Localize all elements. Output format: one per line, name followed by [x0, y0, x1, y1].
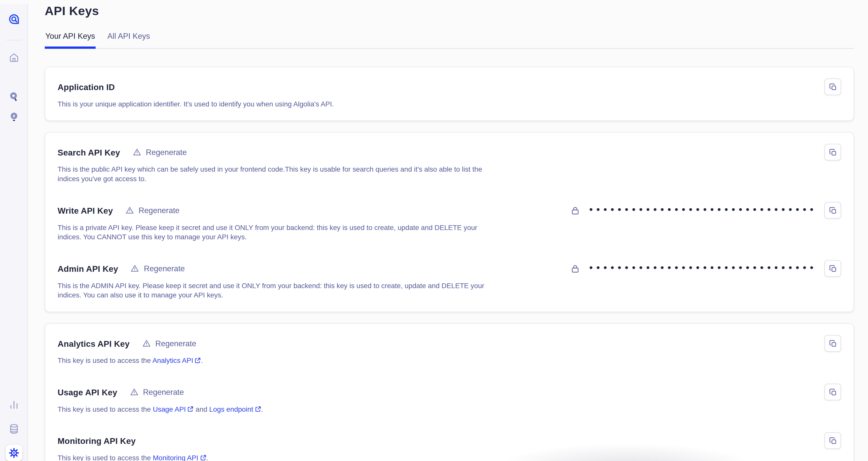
regenerate-label: Regenerate [143, 388, 184, 397]
sidebar-products-group [5, 88, 22, 125]
usage-api-link[interactable]: Usage API [153, 405, 194, 413]
section-header: Application ID [58, 78, 841, 95]
key-description: This key is used to access the Monitorin… [58, 454, 606, 461]
link-label: Monitoring API [153, 454, 198, 461]
cards-container: Application IDThis is your unique applic… [45, 67, 854, 461]
key-description: This key is used to access the Analytics… [58, 356, 606, 366]
section-header: Analytics API KeyRegenerate [58, 335, 841, 352]
copy-icon [829, 264, 837, 272]
external-link-icon [195, 357, 201, 363]
description-text: . [201, 357, 203, 365]
card: Application IDThis is your unique applic… [45, 67, 854, 121]
app-window: API Keys Your API Keys All API Keys Appl… [0, 4, 868, 461]
page-title: API Keys [45, 4, 854, 19]
external-link-icon [188, 406, 194, 412]
key-section-monitoring-api-key: Monitoring API KeyThis key is used to ac… [58, 432, 841, 461]
key-section-write-api-key: Write API KeyRegenerate•••••••••••••••••… [58, 202, 841, 242]
search-product-icon [8, 91, 19, 102]
copy-monitoring-api-key-button[interactable] [825, 432, 841, 449]
regenerate-label: Regenerate [144, 264, 185, 273]
section-header: Monitoring API Key [58, 432, 841, 449]
gear-icon [8, 448, 19, 459]
copy-admin-api-key-button[interactable] [825, 260, 841, 277]
copy-usage-api-key-button[interactable] [825, 384, 841, 400]
key-description: This is a private API key. Please keep i… [58, 223, 606, 242]
regenerate-analytics-api-key-button[interactable]: Regenerate [142, 339, 196, 348]
description-text: . [261, 405, 263, 413]
link-label: Logs endpoint [209, 405, 253, 413]
section-title: Write API Key [58, 206, 113, 215]
description-text: This key is used to access the [58, 357, 153, 365]
key-description: This key is used to access the Usage API… [58, 405, 606, 415]
algolia-logo-icon [8, 13, 19, 25]
section-title: Monitoring API Key [58, 436, 136, 446]
copy-search-api-key-button[interactable] [825, 144, 841, 161]
masked-key-value: •••••••••••••••••••••••••••••••• [588, 205, 816, 215]
section-title: Usage API Key [58, 387, 117, 397]
tab-all-api-keys[interactable]: All API Keys [107, 26, 151, 48]
section-header: Write API KeyRegenerate•••••••••••••••••… [58, 202, 841, 219]
analytics-api-link[interactable]: Analytics API [152, 357, 201, 365]
database-icon [8, 423, 19, 434]
tabs: Your API Keys All API Keys [45, 26, 854, 49]
sidebar-item-recommend[interactable] [5, 108, 22, 125]
key-section-analytics-api-key: Analytics API KeyRegenerateThis key is u… [58, 335, 841, 366]
sidebar [0, 4, 28, 461]
bar-chart-icon [8, 399, 19, 410]
regenerate-usage-api-key-button[interactable]: Regenerate [130, 388, 184, 397]
regenerate-label: Regenerate [155, 339, 196, 348]
external-link-icon [200, 455, 206, 461]
home-icon [8, 52, 19, 63]
key-section-application-id: Application IDThis is your unique applic… [58, 78, 841, 109]
copy-write-api-key-button[interactable] [825, 202, 841, 219]
copy-icon [829, 83, 837, 91]
key-section-usage-api-key: Usage API KeyRegenerateThis key is used … [58, 384, 841, 414]
section-header: Search API KeyRegenerate [58, 144, 841, 161]
logs-endpoint-link[interactable]: Logs endpoint [209, 405, 261, 413]
section-header: Admin API KeyRegenerate•••••••••••••••••… [58, 260, 841, 277]
sidebar-item-home[interactable] [5, 49, 22, 66]
card: Search API KeyRegenerateThis is the publ… [45, 132, 854, 312]
lock-icon [570, 264, 580, 273]
sidebar-item-analytics[interactable] [5, 397, 22, 414]
lock-icon [570, 206, 580, 215]
section-title: Search API Key [58, 147, 120, 157]
section-header: Usage API KeyRegenerate [58, 384, 841, 400]
lock-icon-wrap [570, 206, 580, 215]
sidebar-item-data-sources[interactable] [5, 421, 22, 437]
key-description: This is the public API key which can be … [58, 165, 606, 184]
warning-icon [142, 339, 151, 348]
regenerate-search-api-key-button[interactable]: Regenerate [132, 148, 187, 157]
sidebar-item-search[interactable] [5, 88, 22, 105]
key-section-admin-api-key: Admin API KeyRegenerate•••••••••••••••••… [58, 260, 841, 300]
sidebar-divider [6, 40, 22, 40]
description-text: and [194, 405, 209, 413]
warning-icon [125, 206, 134, 215]
copy-icon [829, 339, 837, 348]
copy-icon [829, 436, 837, 444]
copy-icon [829, 388, 837, 396]
external-link-icon [255, 406, 261, 412]
section-title: Admin API Key [58, 264, 118, 273]
regenerate-admin-api-key-button[interactable]: Regenerate [130, 264, 185, 273]
main-content: API Keys Your API Keys All API Keys Appl… [28, 4, 854, 461]
warning-icon [132, 148, 142, 157]
monitoring-api-link[interactable]: Monitoring API [153, 454, 206, 461]
regenerate-write-api-key-button[interactable]: Regenerate [125, 206, 180, 215]
sidebar-bottom-group [5, 397, 22, 461]
sidebar-item-settings[interactable] [5, 444, 22, 461]
section-title: Analytics API Key [58, 339, 130, 348]
algolia-logo[interactable] [5, 11, 22, 28]
description-text: . [206, 454, 208, 461]
warning-icon [130, 264, 140, 273]
copy-application-id-button[interactable] [825, 78, 841, 95]
tab-your-api-keys[interactable]: Your API Keys [45, 26, 96, 48]
lock-icon-wrap [570, 264, 580, 273]
description-text: This key is used to access the [58, 454, 153, 461]
link-label: Usage API [153, 405, 186, 413]
recommend-icon [8, 111, 19, 123]
key-section-search-api-key: Search API KeyRegenerateThis is the publ… [58, 144, 841, 184]
copy-analytics-api-key-button[interactable] [825, 335, 841, 352]
regenerate-label: Regenerate [139, 206, 180, 215]
key-description: This is the ADMIN API key. Please keep i… [58, 281, 606, 300]
